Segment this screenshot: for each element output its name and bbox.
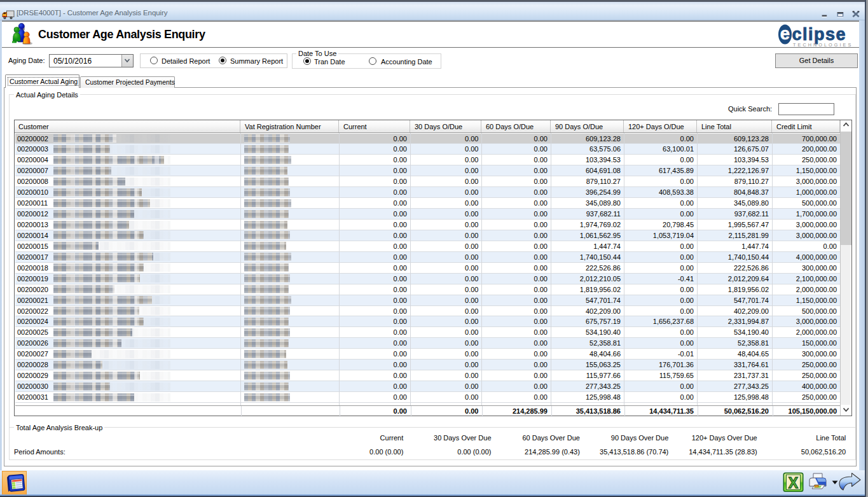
svg-text:e: e xyxy=(780,24,790,43)
svg-text:clipse: clipse xyxy=(792,25,847,44)
svg-text:X: X xyxy=(789,475,799,491)
svg-text:TECHNOLOGIES: TECHNOLOGIES xyxy=(793,42,853,48)
